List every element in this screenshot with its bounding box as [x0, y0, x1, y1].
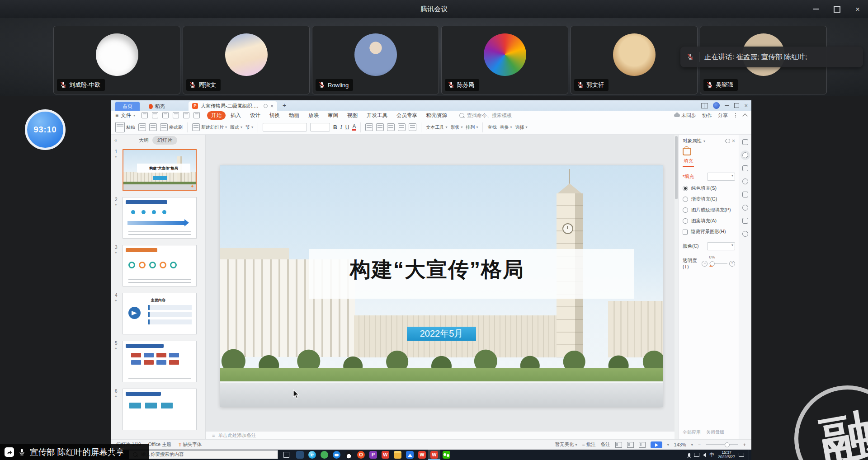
windows-search-box[interactable]: 输入你要搜索的内容	[129, 450, 278, 459]
replace-button[interactable]: 替换▾	[500, 124, 512, 131]
save-icon[interactable]	[142, 112, 148, 118]
undo-icon[interactable]	[183, 112, 189, 118]
normal-view-icon[interactable]	[615, 442, 622, 448]
taskbar-app-wps[interactable]: W	[379, 450, 392, 460]
panel-strip-icon[interactable]	[742, 178, 748, 184]
sorter-view-icon[interactable]	[627, 442, 634, 448]
sync-status[interactable]: 未同步	[674, 112, 696, 119]
taskbar-app-presentation-p[interactable]: P	[367, 450, 379, 460]
new-tab-button[interactable]: +	[283, 102, 286, 109]
align-right-icon[interactable]	[387, 123, 395, 131]
panel-strip-icon[interactable]	[742, 139, 748, 145]
panel-strip-icon[interactable]	[742, 152, 748, 158]
select-button[interactable]: 选择▾	[515, 124, 527, 131]
split-view-icon[interactable]	[701, 103, 708, 108]
paste-button[interactable]: 粘贴	[115, 122, 135, 132]
participant-tile[interactable]: 郭文轩	[571, 26, 698, 94]
fill-option-radio[interactable]: 图案填充(A)	[683, 218, 735, 224]
participant-tile[interactable]: 周骁文	[183, 26, 310, 94]
ribbon-tab[interactable]: 开始	[207, 111, 226, 120]
taskbar-app-qq[interactable]	[343, 450, 355, 460]
fill-option-radio[interactable]: 纯色填充(S)	[683, 185, 735, 192]
wps-restore-icon[interactable]	[734, 103, 739, 108]
ribbon-tab[interactable]: 动画	[285, 111, 303, 120]
participant-tile[interactable]: Rowling	[312, 26, 439, 94]
taskbar-app-pc-manager[interactable]	[294, 450, 306, 460]
minimize-button[interactable]	[806, 0, 826, 18]
collab-button[interactable]: 协作	[702, 112, 712, 119]
format-painter-button[interactable]: 格式刷	[160, 123, 183, 131]
ribbon-tab[interactable]: 会员专享	[392, 111, 421, 120]
taskbar-app-360-browser[interactable]	[318, 450, 330, 460]
beautify-button[interactable]: 暂无美化▾	[555, 441, 577, 448]
ribbon-tab[interactable]: 插入	[226, 111, 245, 120]
note-button[interactable]: 备注	[601, 441, 610, 448]
ribbon-tab[interactable]: 视图	[343, 111, 362, 120]
close-tab-icon[interactable]: ×	[270, 103, 274, 109]
taskbar-app-lanhu[interactable]	[404, 450, 416, 460]
zoom-slider[interactable]	[706, 444, 738, 445]
taskbar-app-netdisk[interactable]	[330, 450, 343, 460]
more-icon[interactable]	[735, 115, 736, 116]
ribbon-tab[interactable]: 开发工具	[363, 111, 392, 120]
wps-minimize-icon[interactable]	[725, 105, 729, 106]
panel-strip-icon[interactable]	[742, 231, 748, 237]
text-tool-button[interactable]: 文本工具▾	[426, 124, 447, 131]
close-master-button[interactable]: 关闭母版	[706, 429, 724, 436]
ime-indicator[interactable]: 中	[710, 452, 715, 458]
taskbar-app-office[interactable]: O	[355, 450, 367, 460]
ribbon-tab[interactable]: 审阅	[324, 111, 342, 120]
new-slide-button[interactable]: 新建幻灯片▾	[192, 123, 227, 131]
underline-button[interactable]: U	[345, 124, 349, 131]
theme-label[interactable]: Office 主题	[148, 441, 171, 448]
missing-font-warning[interactable]: T缺失字体	[179, 441, 202, 448]
tray-volume-icon[interactable]	[703, 453, 706, 457]
slide-thumbnail[interactable]	[123, 389, 197, 430]
tab-slides[interactable]: 幻灯片	[152, 136, 177, 145]
find-button[interactable]: 查找	[487, 124, 496, 131]
ribbon-tab[interactable]: 设计	[246, 111, 264, 120]
close-button[interactable]: ×	[847, 0, 868, 18]
fill-option-radio[interactable]: 图片或纹理填充(P)	[683, 207, 735, 213]
alpha-minus-button[interactable]: −	[702, 261, 708, 267]
slide-date-chip[interactable]: 2022年5月	[407, 327, 476, 341]
collapse-panel-icon[interactable]: «	[114, 137, 117, 143]
export-icon[interactable]	[152, 112, 158, 118]
wps-tab-home[interactable]: 首页	[115, 102, 140, 111]
redo-icon[interactable]	[193, 112, 200, 118]
align-left-icon[interactable]	[365, 123, 373, 131]
task-view-icon[interactable]	[283, 452, 289, 458]
slide-title[interactable]: 构建“大宣传”格局	[311, 256, 564, 284]
slide-editor[interactable]: 构建“大宣传”格局 2022年5月	[220, 165, 663, 407]
wps-account-avatar[interactable]	[713, 102, 720, 109]
share-button[interactable]: 分享	[718, 112, 728, 119]
bold-button[interactable]: B	[333, 124, 337, 131]
print-icon[interactable]	[162, 112, 169, 118]
slide-thumbnail[interactable]: 构建“大宣传”格局✦	[123, 149, 197, 191]
tray-display-icon[interactable]	[694, 453, 699, 457]
panel-strip-icon[interactable]	[742, 192, 748, 197]
taskbar-app-wps-presentation[interactable]: W	[428, 450, 440, 460]
apply-all-button[interactable]: 全部应用	[683, 429, 701, 436]
touch-keyboard-icon[interactable]	[739, 453, 744, 457]
panel-strip-icon[interactable]	[742, 218, 748, 224]
font-family-select[interactable]	[263, 123, 307, 131]
wps-tab-docer[interactable]: 稻壳	[145, 102, 169, 111]
file-menu[interactable]: ≡ 文件 ▾	[115, 112, 135, 119]
pin-icon[interactable]	[725, 138, 731, 144]
reading-view-icon[interactable]	[639, 442, 646, 448]
command-search[interactable]: 查找命令、搜索模板	[459, 112, 512, 119]
align-center-icon[interactable]	[376, 123, 384, 131]
wps-tab-document[interactable]: P 大宣传格局-二级党组织.pptx ×	[189, 101, 277, 111]
preview-icon[interactable]	[173, 112, 179, 118]
fill-option-radio[interactable]: 渐变填充(G)	[683, 196, 735, 202]
bullets-icon[interactable]	[398, 123, 406, 131]
panel-strip-icon[interactable]	[742, 205, 748, 211]
zoom-out-button[interactable]: −	[698, 442, 701, 447]
layout-button[interactable]: 版式▾	[230, 124, 242, 131]
participant-tile[interactable]: 刘成盼-中欧	[53, 26, 180, 94]
collapse-ribbon-icon[interactable]	[742, 113, 747, 118]
show-desktop-button[interactable]	[749, 450, 751, 460]
taskbar-app-edge-browser[interactable]: e	[306, 450, 318, 460]
notes-bar[interactable]: ≡ 单击此处添加备注	[206, 431, 675, 439]
